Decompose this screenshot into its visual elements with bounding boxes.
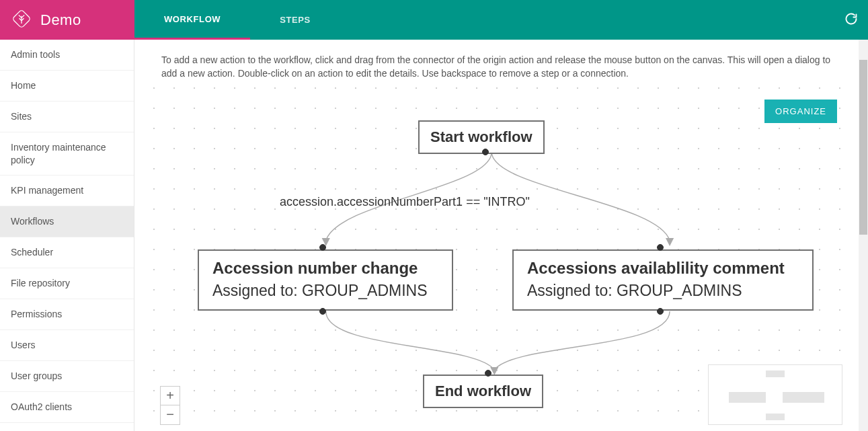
sidebar-item-workflows[interactable]: Workflows: [0, 206, 134, 237]
sidebar-item-web-users[interactable]: Web Users: [0, 423, 134, 431]
sidebar-item-kpi-management[interactable]: KPI management: [0, 175, 134, 206]
port-step2-in[interactable]: [657, 244, 664, 251]
tab-steps[interactable]: STEPS: [250, 0, 340, 40]
sidebar-item-permissions[interactable]: Permissions: [0, 299, 134, 330]
node-accessions-availability-comment[interactable]: Accessions availablility comment Assigne…: [512, 249, 814, 311]
sidebar-item-scheduler[interactable]: Scheduler: [0, 237, 134, 268]
node-step2-assigned: Assigned to: GROUP_ADMINS: [527, 282, 799, 300]
sidebar-item-inventory-maintenance-policy[interactable]: Inventory maintenance policy: [0, 132, 134, 176]
svg-line-3: [22, 15, 24, 17]
content-scrollbar[interactable]: [859, 40, 868, 431]
zoom-out-button[interactable]: −: [161, 405, 180, 424]
zoom-controls: + −: [160, 386, 180, 425]
refresh-button[interactable]: [834, 0, 868, 40]
sidebar-item-users[interactable]: Users: [0, 330, 134, 361]
minimap-node: [783, 392, 824, 403]
content-area: To add a new action to the workflow, cli…: [134, 40, 868, 431]
sidebar-item-sites[interactable]: Sites: [0, 102, 134, 132]
port-step1-in[interactable]: [319, 244, 326, 251]
tree-logo-icon: [12, 9, 31, 31]
sidebar-item-oauth2-clients[interactable]: OAuth2 clients: [0, 392, 134, 423]
port-end-in[interactable]: [485, 370, 491, 377]
node-step1-assigned: Assigned to: GROUP_ADMINS: [212, 282, 438, 300]
brand: Demo: [0, 0, 134, 40]
workflow-canvas[interactable]: ORGANIZE: [152, 87, 851, 430]
sidebar-item-user-groups[interactable]: User groups: [0, 361, 134, 392]
minimap-node: [766, 370, 785, 377]
node-start-label: Start workflow: [430, 128, 532, 145]
minimap[interactable]: [708, 364, 842, 425]
minimap-node: [766, 414, 785, 420]
sidebar-item-admin-tools[interactable]: Admin tools: [0, 40, 134, 71]
tab-workflow[interactable]: WORKFLOW: [134, 0, 250, 40]
node-accession-number-change[interactable]: Accession number change Assigned to: GRO…: [198, 249, 453, 311]
node-step2-label: Accessions availablility comment: [527, 259, 799, 278]
brand-title: Demo: [40, 11, 81, 29]
top-bar: WORKFLOW STEPS: [134, 0, 868, 40]
content-scrollbar-thumb[interactable]: [859, 60, 867, 235]
organize-button[interactable]: ORGANIZE: [764, 100, 837, 123]
node-step1-label: Accession number change: [212, 259, 438, 278]
instruction-text: To add a new action to the workflow, cli…: [148, 40, 855, 87]
node-end[interactable]: End workflow: [423, 375, 543, 408]
port-start-out[interactable]: [482, 149, 489, 155]
tab-bar: WORKFLOW STEPS: [134, 0, 340, 40]
port-step2-out[interactable]: [657, 308, 664, 315]
sidebar: Admin tools Home Sites Inventory mainten…: [0, 40, 134, 431]
edge-label-start-step1: accession.accessionNumberPart1 == "INTRO…: [278, 195, 531, 209]
zoom-in-button[interactable]: +: [161, 387, 180, 405]
refresh-icon: [844, 12, 858, 28]
port-step1-out[interactable]: [319, 308, 326, 315]
node-end-label: End workflow: [435, 383, 531, 399]
svg-line-2: [19, 15, 22, 17]
minimap-node: [729, 392, 766, 403]
sidebar-item-file-repository[interactable]: File repository: [0, 268, 134, 299]
sidebar-item-home[interactable]: Home: [0, 71, 134, 102]
node-start[interactable]: Start workflow: [418, 120, 545, 154]
